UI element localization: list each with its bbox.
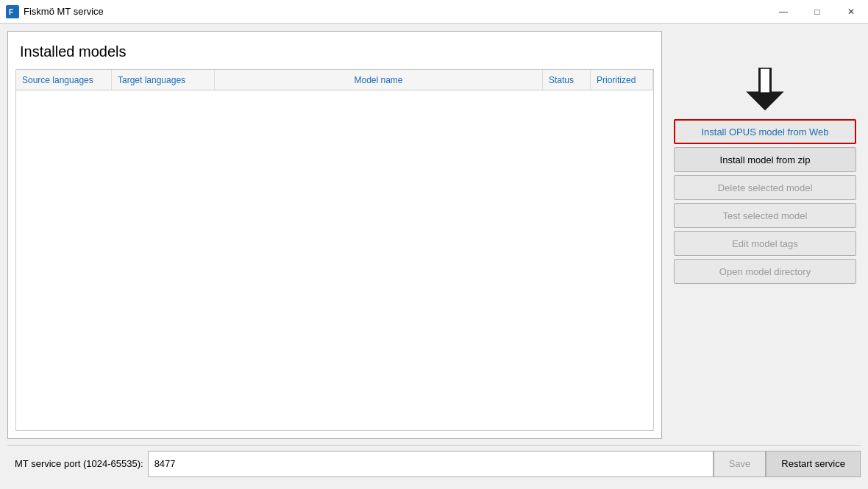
- open-dir-button[interactable]: Open model directory: [674, 259, 856, 284]
- title-bar-left: F Fiskmö MT service: [6, 5, 104, 18]
- col-header-status: Status: [543, 70, 591, 90]
- down-arrow-icon: [743, 68, 787, 112]
- edit-tags-button[interactable]: Edit model tags: [674, 231, 856, 256]
- maximize-button[interactable]: □: [800, 0, 834, 24]
- title-bar: F Fiskmö MT service — □ ✕: [0, 0, 868, 24]
- col-header-priority: Prioritized: [591, 70, 653, 90]
- port-label: MT service port (1024-65535):: [7, 458, 148, 469]
- col-header-model: Model name: [215, 70, 543, 90]
- models-section: Installed models Source languages Target…: [7, 31, 662, 439]
- restart-button[interactable]: Restart service: [766, 451, 861, 477]
- svg-marker-3: [746, 92, 783, 111]
- table-header: Source languages Target languages Model …: [16, 70, 653, 90]
- svg-text:F: F: [9, 8, 13, 16]
- arrow-container: [743, 68, 787, 112]
- save-button[interactable]: Save: [714, 451, 766, 477]
- buttons-panel: Install OPUS model from Web Install mode…: [669, 31, 861, 439]
- bottom-bar: MT service port (1024-65535): Save Resta…: [7, 445, 861, 482]
- title-bar-controls: — □ ✕: [766, 3, 868, 20]
- port-input[interactable]: [148, 451, 714, 477]
- main-wrapper: Installed models Source languages Target…: [0, 24, 868, 489]
- minimize-button[interactable]: —: [766, 0, 800, 24]
- app-icon: F: [6, 5, 19, 18]
- delete-model-button[interactable]: Delete selected model: [674, 175, 856, 200]
- content-panel: Installed models Source languages Target…: [7, 31, 861, 439]
- table-body[interactable]: [16, 90, 653, 430]
- col-header-source: Source languages: [16, 70, 112, 90]
- install-zip-button[interactable]: Install model from zip: [674, 147, 856, 172]
- test-model-button[interactable]: Test selected model: [674, 203, 856, 228]
- col-header-target: Target languages: [112, 70, 215, 90]
- install-opus-button[interactable]: Install OPUS model from Web: [674, 119, 856, 144]
- svg-rect-4: [761, 69, 769, 93]
- models-table-container: Source languages Target languages Model …: [15, 69, 654, 431]
- close-button[interactable]: ✕: [834, 0, 868, 24]
- section-title: Installed models: [8, 32, 661, 69]
- app-title: Fiskmö MT service: [24, 6, 104, 17]
